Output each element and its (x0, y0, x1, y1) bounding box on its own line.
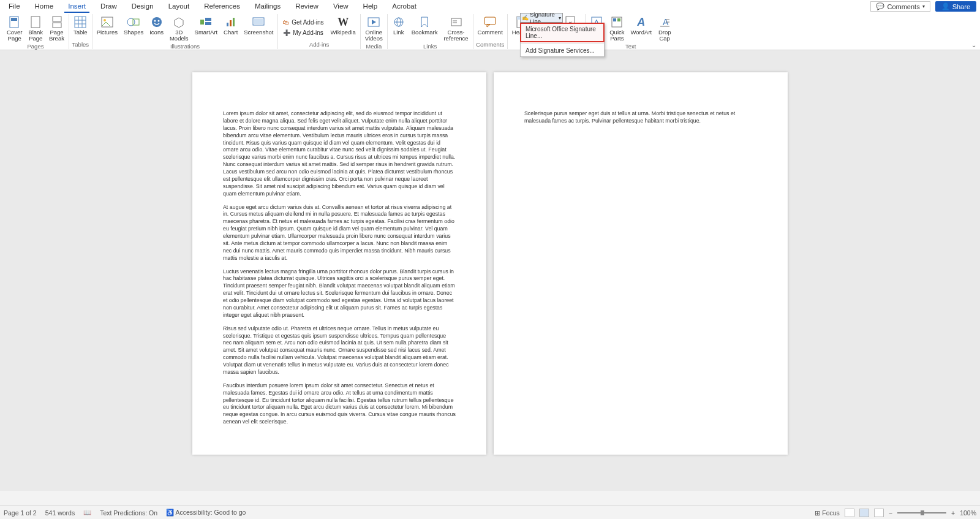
svg-point-11 (104, 19, 106, 21)
comments-button[interactable]: 💬 Comments ▾ (870, 1, 930, 12)
group-pages: Cover Page Blank Page Page Break Pages (2, 14, 69, 49)
tab-mailings[interactable]: Mailings (251, 1, 284, 13)
svg-rect-21 (227, 23, 228, 26)
online-videos-button[interactable]: Online Videos (363, 14, 385, 43)
paragraph[interactable]: At augue eget arcu dictum varius duis at… (223, 204, 456, 262)
screenshot-button[interactable]: Screenshot (242, 14, 275, 37)
web-layout-button[interactable] (874, 509, 884, 517)
svg-rect-35 (484, 17, 496, 25)
wordart-icon: A (635, 15, 648, 29)
comment-icon: 💬 (876, 2, 884, 10)
spellcheck-icon[interactable]: 📖 (83, 509, 91, 517)
online-videos-label: Online Videos (365, 29, 383, 42)
shapes-icon (127, 15, 140, 29)
print-layout-button[interactable] (859, 509, 869, 517)
svg-rect-46 (613, 18, 616, 21)
3d-models-icon (172, 15, 186, 29)
icons-button[interactable]: Icons (148, 14, 165, 37)
smartart-button[interactable]: SmartArt (193, 14, 219, 37)
page-break-icon (50, 15, 64, 29)
dropcap-button[interactable]: ADrop Cap (656, 14, 673, 43)
bookmark-button[interactable]: Bookmark (410, 14, 440, 37)
zoom-slider[interactable] (897, 512, 946, 513)
focus-label: Focus (822, 509, 840, 517)
tab-design[interactable]: Design (128, 1, 157, 13)
zoom-thumb[interactable] (921, 510, 924, 515)
page-break-button[interactable]: Page Break (47, 14, 66, 43)
comments-label: Comments (887, 3, 919, 10)
pictures-button[interactable]: Pictures (95, 14, 119, 37)
screenshot-label: Screenshot (244, 29, 273, 36)
quickparts-button[interactable]: Quick Parts (608, 14, 626, 43)
page-break-label: Page Break (49, 29, 64, 42)
tab-acrobat[interactable]: Acrobat (388, 1, 420, 13)
tab-review[interactable]: Review (292, 1, 322, 13)
tab-references[interactable]: References (200, 1, 244, 13)
group-links: Link Bookmark Cross- reference Links (388, 14, 473, 49)
word-count[interactable]: 541 words (45, 509, 75, 517)
tab-view[interactable]: View (330, 1, 352, 13)
tab-insert[interactable]: Insert (64, 1, 89, 13)
chevron-down-icon: ▾ (922, 4, 925, 9)
get-addins-button[interactable]: 🛍Get Add-ins (281, 18, 326, 27)
share-button[interactable]: 👤 Share (935, 1, 976, 12)
table-button[interactable]: Table (72, 14, 89, 37)
paragraph[interactable]: Luctus venenatis lectus magna fringilla … (223, 268, 456, 319)
3d-models-button[interactable]: 3D Models (168, 14, 190, 43)
paragraph[interactable]: Scelerisque purus semper eget duis at te… (524, 110, 757, 125)
cover-page-button[interactable]: Cover Page (5, 14, 24, 43)
paragraph[interactable]: Risus sed vulputate odio ut. Pharetra et… (223, 325, 456, 376)
group-tables: Table Tables (69, 14, 92, 49)
tab-home[interactable]: Home (31, 1, 58, 13)
tab-help[interactable]: Help (360, 1, 382, 13)
svg-rect-4 (53, 23, 61, 28)
page-info[interactable]: Page 1 of 2 (4, 509, 37, 517)
tab-file[interactable]: File (5, 1, 24, 13)
svg-marker-31 (421, 17, 428, 27)
accessibility-label: Accessibility: Good to go (175, 509, 246, 516)
cover-page-icon (8, 15, 21, 29)
pictures-label: Pictures (97, 29, 118, 36)
crossref-button[interactable]: Cross- reference (442, 14, 470, 43)
focus-mode[interactable]: ⊞ Focus (815, 509, 840, 517)
read-mode-button[interactable] (845, 509, 854, 517)
shapes-button[interactable]: Shapes (122, 14, 145, 37)
svg-point-14 (152, 17, 162, 27)
blank-page-button[interactable]: Blank Page (26, 14, 45, 43)
wikipedia-label: Wikipedia (331, 29, 356, 36)
my-addins-button[interactable]: ➕My Add-ins (281, 28, 326, 37)
signature-line-dropdown: Microsoft Office Signature Line... Add S… (520, 23, 605, 57)
share-icon: 👤 (941, 2, 950, 10)
ms-office-signature-line-item[interactable]: Microsoft Office Signature Line... (521, 23, 604, 42)
chart-button[interactable]: Chart (222, 14, 239, 37)
accessibility-status[interactable]: ♿ Accessibility: Good to go (166, 509, 246, 517)
paragraph[interactable]: Lorem ipsum dolor sit amet, consectetur … (223, 110, 456, 198)
group-comments-label: Comments (476, 41, 504, 49)
wordart-button[interactable]: AWordArt (629, 14, 654, 37)
dropcap-icon: A (658, 15, 671, 29)
paragraph[interactable]: Faucibus interdum posuere lorem ipsum do… (223, 382, 456, 426)
tab-layout[interactable]: Layout (165, 1, 194, 13)
wikipedia-button[interactable]: WWikipedia (329, 14, 358, 37)
text-predictions[interactable]: Text Predictions: On (100, 509, 157, 517)
svg-rect-22 (230, 20, 232, 26)
page-1[interactable]: Lorem ipsum dolor sit amet, consectetur … (192, 72, 486, 455)
signature-line-button[interactable]: ✍ Signature Line ▾ (520, 13, 563, 23)
group-tables-label: Tables (72, 41, 89, 49)
add-signature-services-item[interactable]: Add Signature Services... (521, 45, 604, 56)
zoom-in-button[interactable]: + (951, 509, 955, 517)
zoom-out-button[interactable]: − (889, 509, 892, 517)
tab-draw[interactable]: Draw (97, 1, 121, 13)
collapse-ribbon-button[interactable]: ⌄ (971, 42, 976, 48)
svg-marker-17 (175, 18, 183, 28)
my-addins-label: My Add-ins (293, 29, 323, 36)
svg-rect-23 (233, 18, 235, 26)
link-button[interactable]: Link (390, 14, 407, 37)
signature-icon: ✍ (522, 15, 529, 21)
zoom-level[interactable]: 100% (960, 509, 976, 517)
document-canvas[interactable]: Lorem ipsum dolor sit amet, consectetur … (0, 50, 980, 491)
page-2[interactable]: Scelerisque purus semper eget duis at te… (494, 72, 788, 455)
dropcap-label: Drop Cap (658, 29, 671, 42)
3d-models-label: 3D Models (170, 29, 189, 42)
comment-button[interactable]: Comment (476, 14, 505, 37)
